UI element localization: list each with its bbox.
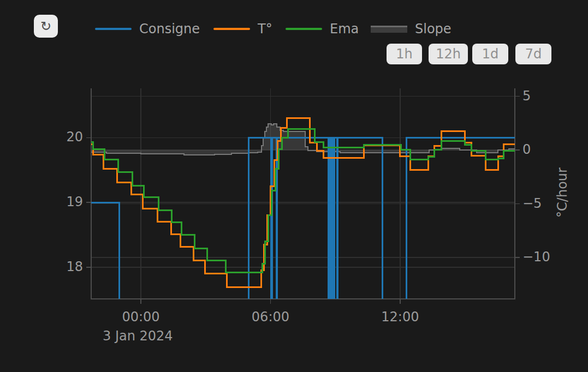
chart-canvas[interactable] [0, 0, 588, 372]
x-axis-date-label: 3 Jan 2024 [103, 328, 173, 344]
right-axis-title: °C/hour [555, 153, 569, 232]
chart-panel: ↻ Consigne T° Ema Slope 1h 12h 1d 7d 201… [0, 0, 588, 372]
